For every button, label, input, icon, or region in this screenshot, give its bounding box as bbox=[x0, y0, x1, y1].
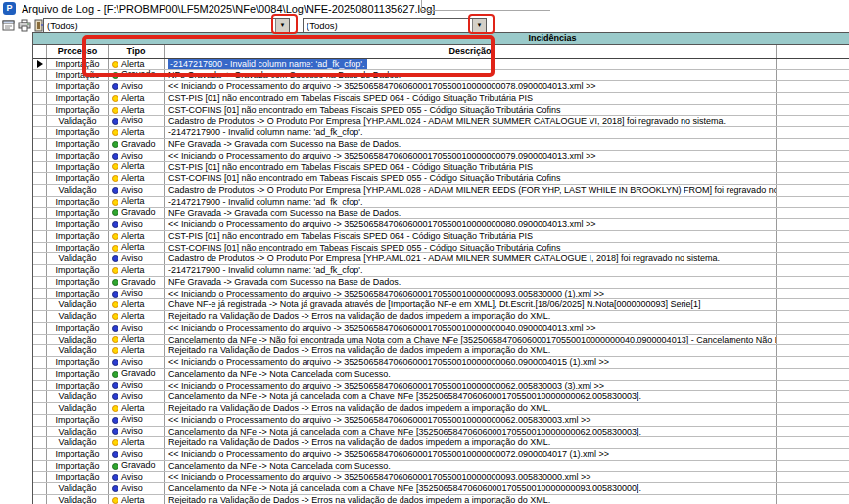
header-processo[interactable]: Processo bbox=[47, 45, 109, 58]
row-selector[interactable] bbox=[33, 265, 47, 276]
filter-dropdown-2[interactable]: (Todos) ▼ bbox=[303, 18, 487, 33]
row-selector[interactable] bbox=[33, 427, 47, 437]
table-row[interactable]: ValidaçãoAlertaRejeitado na Validação de… bbox=[33, 345, 849, 357]
table-row[interactable]: ValidaçãoAvisoCadastro de Produtos -> O … bbox=[33, 253, 849, 265]
row-selector[interactable] bbox=[33, 105, 47, 115]
gravado-status-icon bbox=[112, 463, 118, 470]
row-processo: Importação bbox=[47, 93, 109, 104]
row-selector[interactable] bbox=[33, 483, 47, 494]
row-selector[interactable] bbox=[33, 403, 47, 414]
row-selector[interactable] bbox=[33, 357, 47, 368]
table-row[interactable]: ImportaçãoAlertaCST-COFINS [01] não enco… bbox=[33, 243, 849, 254]
row-selector[interactable] bbox=[33, 243, 47, 253]
row-description-text: Cadastro de Produtos -> O Produto Por Em… bbox=[168, 253, 720, 263]
row-extra bbox=[777, 127, 849, 138]
table-row[interactable]: ImportaçãoAviso<< Iniciando o Processame… bbox=[33, 381, 849, 392]
row-selector[interactable] bbox=[33, 335, 47, 345]
table-row[interactable]: ImportaçãoGravadoNFe Gravada -> Gravada … bbox=[33, 70, 849, 82]
table-row[interactable]: ImportaçãoGravadoNFe Gravada -> Gravada … bbox=[33, 208, 849, 220]
print-icon[interactable] bbox=[18, 19, 31, 32]
row-selector[interactable] bbox=[33, 139, 47, 150]
header-tipo[interactable]: Tipo bbox=[109, 45, 165, 58]
row-selector[interactable] bbox=[33, 391, 47, 402]
row-selector[interactable] bbox=[33, 127, 47, 138]
row-selector[interactable] bbox=[33, 323, 47, 334]
table-row[interactable]: ImportaçãoAlertaCST-PIS [01] não encontr… bbox=[33, 231, 849, 243]
table-row[interactable]: ImportaçãoGravadoNFe Gravada -> Gravada … bbox=[33, 277, 849, 289]
table-row[interactable]: ImportaçãoAviso<< Iniciando o Processame… bbox=[33, 289, 849, 300]
table-row[interactable]: ValidaçãoAlertaRejeitado na Validação de… bbox=[33, 437, 849, 449]
gravado-status-icon bbox=[112, 209, 118, 216]
row-selector[interactable] bbox=[33, 381, 47, 391]
chevron-down-icon[interactable]: ▼ bbox=[472, 19, 486, 32]
table-row[interactable]: ValidaçãoAvisoCancelamento da NFe -> Not… bbox=[33, 427, 849, 438]
table-row[interactable]: ImportaçãoAviso<< Iniciando o Processame… bbox=[33, 472, 849, 483]
table-row[interactable]: ValidaçãoAvisoCadastro de Produtos -> O … bbox=[33, 185, 849, 197]
row-selector[interactable] bbox=[33, 173, 47, 184]
table-row[interactable]: ValidaçãoAvisoCancelamento da NFe -> Not… bbox=[33, 483, 849, 495]
row-selector[interactable] bbox=[33, 185, 47, 196]
alerta-status-icon bbox=[112, 347, 118, 354]
table-row[interactable]: ValidaçãoAlertaChave NF-e já registrada … bbox=[33, 299, 849, 311]
table-row[interactable]: ValidaçãoAlertaRejeitado na Validação de… bbox=[33, 403, 849, 415]
row-selector[interactable] bbox=[33, 415, 47, 426]
row-selector[interactable] bbox=[33, 197, 47, 207]
row-selector[interactable] bbox=[33, 253, 47, 264]
table-row[interactable]: ImportaçãoAlerta-2147217900 - Invalid co… bbox=[33, 265, 849, 277]
header-descricao[interactable]: Descrição bbox=[165, 45, 777, 58]
table-row[interactable]: ValidaçãoAlertaCancelamento da NFe -> Nã… bbox=[33, 335, 849, 346]
row-processo: Importação bbox=[47, 289, 109, 299]
row-selector[interactable] bbox=[33, 116, 47, 127]
table-row[interactable]: ImportaçãoAviso<< Iniciando o Processame… bbox=[33, 219, 849, 231]
table-row[interactable]: ImportaçãoAlertaCST-COFINS [01] não enco… bbox=[33, 173, 849, 185]
row-selector[interactable] bbox=[33, 299, 47, 310]
row-selector[interactable] bbox=[33, 208, 47, 219]
table-row[interactable]: ImportaçãoAviso<< Iniciando o Processame… bbox=[33, 415, 849, 427]
row-selector[interactable] bbox=[33, 449, 47, 460]
row-selector[interactable] bbox=[33, 219, 47, 230]
table-row[interactable]: ValidaçãoAlertaRejeitado na Validação de… bbox=[33, 311, 849, 323]
table-row[interactable]: ImportaçãoAlertaCST-PIS [01] não encontr… bbox=[33, 162, 849, 174]
row-selector[interactable] bbox=[33, 151, 47, 161]
row-selector[interactable] bbox=[33, 311, 47, 322]
table-row[interactable]: ValidaçãoAvisoCadastro de Produtos -> O … bbox=[33, 116, 849, 128]
row-selector[interactable] bbox=[33, 162, 47, 173]
row-selector[interactable] bbox=[33, 231, 47, 242]
row-selector[interactable] bbox=[33, 81, 47, 92]
row-selector[interactable] bbox=[33, 472, 47, 482]
table-row[interactable]: ImportaçãoAlerta-2147217900 - Invalid co… bbox=[33, 59, 849, 70]
table-row[interactable]: ImportaçãoAlertaCST-PIS [01] não encontr… bbox=[33, 93, 849, 105]
row-selector[interactable] bbox=[33, 369, 47, 380]
table-row[interactable]: ImportaçãoAlerta-2147217900 - Invalid co… bbox=[33, 127, 849, 139]
table-row[interactable]: ValidaçãoAvisoCancelamento da NFe -> Not… bbox=[33, 391, 849, 403]
filter-dropdown-1-value: (Todos) bbox=[44, 21, 275, 31]
row-extra bbox=[777, 381, 849, 391]
row-selector[interactable] bbox=[33, 277, 47, 288]
table-row[interactable]: ImportaçãoAlertaCST-COFINS [01] não enco… bbox=[33, 105, 849, 116]
table-row[interactable]: ImportaçãoGravadoCancelamento da NFe -> … bbox=[33, 461, 849, 473]
row-processo: Importação bbox=[47, 243, 109, 253]
row-processo: Validação bbox=[47, 483, 109, 494]
table-row[interactable]: ImportaçãoAviso<< Iniciando o Processame… bbox=[33, 81, 849, 93]
row-description-text: << Iniciando o Processamento do arquivo … bbox=[168, 151, 596, 160]
table-row[interactable]: ImportaçãoAviso<< Iniciando o Processame… bbox=[33, 357, 849, 369]
row-selector[interactable] bbox=[33, 495, 47, 504]
table-row[interactable]: ImportaçãoGravadoNFe Gravada -> Gravada … bbox=[33, 139, 849, 151]
row-selector[interactable] bbox=[33, 93, 47, 104]
row-selector[interactable] bbox=[33, 59, 47, 69]
row-selector[interactable] bbox=[33, 437, 47, 448]
table-row[interactable]: ImportaçãoGravadoCancelamento da NFe -> … bbox=[33, 369, 849, 381]
row-selector[interactable] bbox=[33, 345, 47, 356]
table-row[interactable]: ImportaçãoAviso<< Iniciando o Processame… bbox=[33, 323, 849, 335]
table-row[interactable]: ValidaçãoAlertaRejeitado na Validação de… bbox=[33, 495, 849, 504]
properties-icon[interactable] bbox=[2, 19, 16, 32]
row-selector[interactable] bbox=[33, 70, 47, 81]
table-row[interactable]: ImportaçãoAviso<< Iniciando o Processame… bbox=[33, 449, 849, 461]
chevron-down-icon[interactable]: ▼ bbox=[275, 19, 289, 32]
table-row[interactable]: ImportaçãoAviso<< Iniciando o Processame… bbox=[33, 151, 849, 162]
row-descricao: Rejeitado na Validação de Dados -> Erros… bbox=[165, 495, 777, 504]
row-selector[interactable] bbox=[33, 289, 47, 299]
filter-dropdown-1[interactable]: (Todos) ▼ bbox=[43, 18, 290, 33]
table-row[interactable]: ImportaçãoAlerta-2147217900 - Invalid co… bbox=[33, 197, 849, 208]
row-selector[interactable] bbox=[33, 461, 47, 472]
